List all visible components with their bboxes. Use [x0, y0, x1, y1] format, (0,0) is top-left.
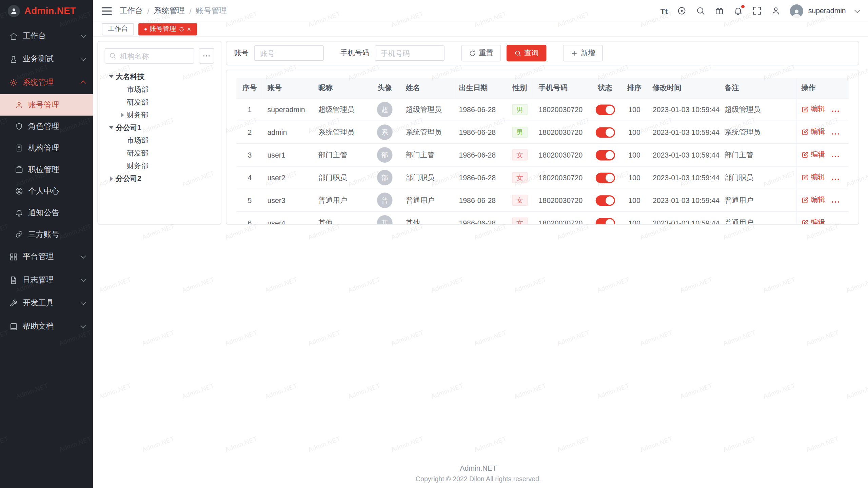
chevron-down-icon [81, 56, 86, 61]
briefcase-icon [15, 165, 23, 174]
header-actions: Tt superadmin [660, 4, 859, 17]
tree-more-button[interactable] [199, 48, 214, 64]
breadcrumb-item[interactable]: 系统管理 [154, 6, 185, 16]
avatar[interactable] [790, 4, 803, 17]
skin-theme-icon[interactable] [715, 6, 724, 16]
gender-badge: 女 [512, 218, 528, 225]
caret-right-icon[interactable] [118, 113, 127, 117]
flask-icon [9, 55, 18, 63]
font-size-icon[interactable]: Tt [660, 7, 668, 15]
status-toggle[interactable] [595, 172, 615, 183]
footer-title: Admin.NET [97, 464, 859, 472]
sidebar-item-notice[interactable]: 通知公告 [0, 202, 93, 224]
sidebar-item-system-mgmt[interactable]: 系统管理 [0, 71, 93, 94]
caret-down-icon[interactable] [107, 75, 116, 78]
query-label: 查询 [524, 48, 538, 58]
close-icon[interactable]: × [187, 26, 191, 33]
org-search-input[interactable] [105, 48, 194, 64]
status-toggle[interactable] [595, 195, 615, 206]
col-header: 排序 [620, 78, 648, 98]
user-settings-icon[interactable] [771, 6, 781, 16]
sidebar-item-role-mgmt[interactable]: 角色管理 [0, 116, 93, 137]
col-header: 修改时间 [648, 78, 720, 98]
sidebar-item-help-docs[interactable]: 帮助文档 [0, 315, 93, 338]
caret-right-icon[interactable] [107, 176, 116, 181]
fullscreen-icon[interactable] [752, 6, 762, 16]
gender-badge: 女 [512, 195, 528, 206]
caret-down-icon[interactable] [107, 126, 116, 129]
phone-input[interactable] [375, 45, 445, 61]
more-actions-icon[interactable] [831, 175, 840, 183]
reset-button[interactable]: 重置 [461, 45, 501, 61]
filter-bar: 账号 手机号码 重置 查询 [226, 41, 859, 65]
table-row: 2 admin 系统管理员 系 系统管理员 1986-06-28 男 18020… [236, 121, 849, 144]
footer-copyright: Copyright © 2022 Dilon All rights reserv… [97, 475, 859, 483]
sidebar-item-account-mgmt[interactable]: 账号管理 [0, 94, 93, 116]
edit-button[interactable]: 编辑 [801, 172, 825, 182]
sidebar-menu: 工作台 业务测试 系统管理 账号管理 角色管理 [0, 22, 93, 488]
tree-node[interactable]: 财务部 [118, 108, 214, 121]
sidebar-item-business-test[interactable]: 业务测试 [0, 47, 93, 71]
gender-badge: 男 [512, 104, 528, 115]
tab-workbench[interactable]: 工作台 [102, 23, 134, 35]
tree-node-label: 研发部 [127, 97, 149, 107]
tree-node[interactable]: 财务部 [118, 159, 214, 172]
theme-dot-icon[interactable] [677, 6, 687, 16]
status-toggle[interactable] [595, 104, 615, 115]
username[interactable]: superadmin [808, 7, 846, 15]
sidebar-item-org-mgmt[interactable]: 机构管理 [0, 137, 93, 159]
refresh-icon[interactable] [179, 26, 184, 32]
add-button[interactable]: 新增 [563, 45, 603, 61]
tree-node[interactable]: 大名科技 [107, 70, 214, 83]
notification-bell-icon[interactable] [733, 6, 743, 16]
sidebar-item-log-mgmt[interactable]: 日志管理 [0, 268, 93, 292]
sidebar-item-label: 个人中心 [28, 186, 59, 196]
tree-node[interactable]: 研发部 [118, 147, 214, 160]
tree-node-label: 财务部 [127, 161, 149, 170]
edit-button[interactable]: 编辑 [801, 150, 825, 160]
sidebar-item-label: 平台管理 [23, 252, 76, 262]
gear-icon [9, 78, 18, 86]
table-row: 4 user2 部门职员 部 部门职员 1986-06-28 女 1802003… [236, 166, 849, 189]
query-button[interactable]: 查询 [507, 45, 547, 61]
tab-account-mgmt[interactable]: 账号管理 × [138, 23, 197, 35]
sidebar-item-position-mgmt[interactable]: 职位管理 [0, 159, 93, 181]
account-input[interactable] [254, 45, 324, 61]
tree-node[interactable]: 研发部 [118, 96, 214, 108]
org-search-box [105, 48, 194, 64]
tree-node[interactable]: 分公司2 [107, 172, 214, 185]
edit-button[interactable]: 编辑 [801, 218, 825, 224]
tab-bar: 工作台 账号管理 × [93, 22, 868, 36]
sidebar-item-workbench[interactable]: 工作台 [0, 24, 93, 48]
brand-name: Admin.NET [24, 5, 76, 17]
sidebar-item-third-party-account[interactable]: 三方账号 [0, 224, 93, 245]
chevron-down-icon[interactable] [854, 7, 860, 13]
brand-logo[interactable]: Admin.NET [0, 0, 93, 22]
edit-button[interactable]: 编辑 [801, 127, 825, 137]
search-icon[interactable] [696, 6, 705, 16]
more-actions-icon[interactable] [831, 107, 840, 115]
edit-button[interactable]: 编辑 [801, 104, 825, 114]
more-actions-icon[interactable] [831, 152, 840, 160]
chevron-down-icon [81, 33, 86, 38]
status-toggle[interactable] [595, 127, 615, 138]
more-actions-icon[interactable] [831, 130, 840, 138]
tree-node[interactable]: 市场部 [118, 134, 214, 147]
menu-collapse-icon[interactable] [102, 7, 112, 15]
status-toggle[interactable] [595, 218, 615, 224]
link-icon [15, 230, 23, 238]
account-label: 账号 [234, 48, 249, 58]
sidebar-item-platform-mgmt[interactable]: 平台管理 [0, 245, 93, 268]
tree-node[interactable]: 分公司1 [107, 121, 214, 134]
edit-button[interactable]: 编辑 [801, 195, 825, 205]
accounts-table: 序号 账号 昵称 头像 姓名 出生日期 性别 手机号码 状态 排序 [236, 78, 849, 225]
sidebar-item-dev-tools[interactable]: 开发工具 [0, 291, 93, 315]
sidebar-item-personal-center[interactable]: 个人中心 [0, 180, 93, 202]
col-header: 状态 [590, 78, 620, 98]
more-actions-icon[interactable] [831, 221, 840, 225]
breadcrumb-separator: / [147, 6, 149, 15]
status-toggle[interactable] [595, 150, 615, 160]
breadcrumb-item[interactable]: 工作台 [120, 6, 143, 16]
more-actions-icon[interactable] [831, 198, 840, 206]
tree-node[interactable]: 市场部 [118, 83, 214, 96]
